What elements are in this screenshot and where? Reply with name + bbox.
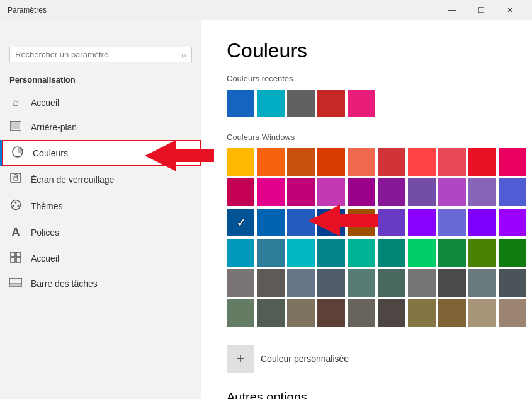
fonts-icon: A [9,226,22,239]
win-color-32[interactable] [287,239,315,267]
win-color-4[interactable] [348,148,375,176]
win-color-10[interactable] [227,178,254,206]
sidebar-item-accueil2[interactable]: Accueil [0,245,201,272]
win-color-31[interactable] [257,239,285,267]
taskbar-icon [9,278,22,289]
recent-color-0[interactable] [227,90,254,117]
win-color-53[interactable] [317,299,345,327]
minimize-button[interactable]: — [438,0,467,20]
close-button[interactable]: ✕ [495,0,524,20]
win-color-39[interactable] [499,239,526,267]
win-color-20[interactable]: ✓ [227,209,254,236]
svg-point-8 [13,205,14,207]
colors-icon [11,146,24,160]
sidebar-item-label: Écran de verrouillage [31,175,114,185]
themes-icon [9,199,22,213]
lock-screen-icon [9,173,22,187]
recent-colors-label: Couleurs recentes [227,74,507,83]
win-color-13[interactable] [317,178,345,206]
recent-color-1[interactable] [257,90,285,117]
custom-color-label: Couleur personnalisée [261,354,349,364]
win-color-41[interactable] [257,269,285,297]
win-color-59[interactable] [499,299,526,327]
win-color-38[interactable] [468,239,496,267]
sidebar-item-label: Accueil [31,98,59,108]
search-box[interactable]: ⌕ [9,47,192,62]
svg-rect-9 [11,252,15,257]
svg-rect-1 [11,122,20,129]
win-color-9[interactable] [499,148,526,176]
win-color-27[interactable] [438,209,466,236]
win-color-11[interactable] [257,178,285,206]
recent-color-4[interactable] [348,90,375,117]
win-color-23[interactable] [317,209,345,236]
win-color-55[interactable] [378,299,405,327]
sidebar-item-label: Barre des tâches [31,279,98,289]
win-color-49[interactable] [499,269,526,297]
win-color-40[interactable] [227,269,254,297]
win-color-33[interactable] [317,239,345,267]
sidebar-item-label: Polices [31,228,59,238]
custom-color-button[interactable]: + Couleur personnalisée [227,340,507,378]
plus-icon: + [227,345,254,373]
sidebar-item-couleurs[interactable]: Couleurs [0,140,201,166]
win-color-42[interactable] [287,269,315,297]
win-color-54[interactable] [348,299,375,327]
win-color-0[interactable] [227,148,254,176]
sidebar-item-accueil[interactable]: ⌂ Accueil [0,91,201,115]
recent-color-2[interactable] [287,90,315,117]
win-color-14[interactable] [348,178,375,206]
win-color-50[interactable] [227,299,254,327]
win-color-3[interactable] [317,148,345,176]
sidebar-item-ecran-verrouillage[interactable]: Écran de verrouillage [0,166,201,193]
win-color-29[interactable] [499,209,526,236]
win-color-47[interactable] [438,269,466,297]
win-color-57[interactable] [438,299,466,327]
win-color-21[interactable] [257,209,285,236]
win-color-37[interactable] [438,239,466,267]
win-color-44[interactable] [348,269,375,297]
win-color-26[interactable] [408,209,436,236]
win-color-24[interactable] [348,209,375,236]
win-color-19[interactable] [499,178,526,206]
win-color-16[interactable] [408,178,436,206]
win-color-15[interactable] [378,178,405,206]
win-color-12[interactable] [287,178,315,206]
svg-rect-12 [16,258,21,262]
win-color-51[interactable] [257,299,285,327]
win-color-45[interactable] [378,269,405,297]
win-color-52[interactable] [287,299,315,327]
win-color-2[interactable] [287,148,315,176]
win-color-25[interactable] [378,209,405,236]
win-color-58[interactable] [468,299,496,327]
win-color-30[interactable] [227,239,254,267]
win-color-18[interactable] [468,178,496,206]
win-color-56[interactable] [408,299,436,327]
win-color-34[interactable] [348,239,375,267]
sidebar-item-arriere-plan[interactable]: Arrière-plan [0,115,201,140]
win-color-7[interactable] [438,148,466,176]
win-color-28[interactable] [468,209,496,236]
win-color-46[interactable] [408,269,436,297]
sidebar-section-title: Personnalisation [0,72,201,91]
sidebar-top-spacer [9,26,192,37]
win-color-6[interactable] [408,148,436,176]
win-color-17[interactable] [438,178,466,206]
win-color-1[interactable] [257,148,285,176]
svg-rect-4 [14,177,18,180]
win-color-35[interactable] [378,239,405,267]
win-color-8[interactable] [468,148,496,176]
maximize-button[interactable]: ☐ [467,0,495,20]
recent-color-3[interactable] [317,90,345,117]
win-color-5[interactable] [378,148,405,176]
win-color-36[interactable] [408,239,436,267]
sidebar-item-themes[interactable]: Thèmes [0,193,201,219]
win-color-22[interactable] [287,209,315,236]
sidebar-item-polices[interactable]: A Polices [0,219,201,245]
title-bar-title: Paramètres [8,6,438,14]
title-bar: Paramètres — ☐ ✕ [0,0,532,20]
search-input[interactable] [15,50,181,59]
sidebar-item-barre-taches[interactable]: Barre des tâches [0,272,201,296]
win-color-43[interactable] [317,269,345,297]
win-color-48[interactable] [468,269,496,297]
